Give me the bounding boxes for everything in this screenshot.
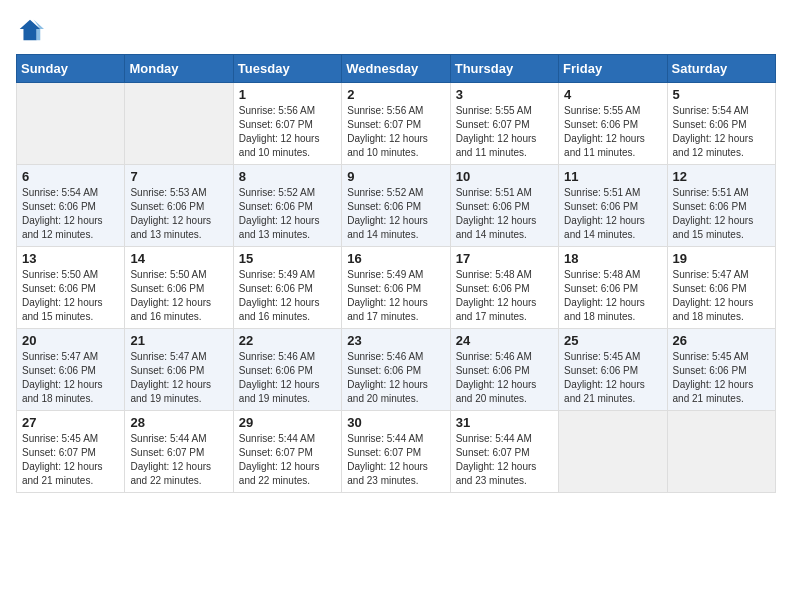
logo-icon (16, 16, 44, 44)
day-info: Sunrise: 5:46 AM Sunset: 6:06 PM Dayligh… (239, 350, 336, 406)
day-info: Sunrise: 5:49 AM Sunset: 6:06 PM Dayligh… (239, 268, 336, 324)
day-number: 18 (564, 251, 661, 266)
day-number: 13 (22, 251, 119, 266)
calendar-cell: 1Sunrise: 5:56 AM Sunset: 6:07 PM Daylig… (233, 83, 341, 165)
day-info: Sunrise: 5:55 AM Sunset: 6:07 PM Dayligh… (456, 104, 553, 160)
day-info: Sunrise: 5:50 AM Sunset: 6:06 PM Dayligh… (130, 268, 227, 324)
calendar-cell (17, 83, 125, 165)
day-info: Sunrise: 5:52 AM Sunset: 6:06 PM Dayligh… (347, 186, 444, 242)
calendar-cell: 27Sunrise: 5:45 AM Sunset: 6:07 PM Dayli… (17, 411, 125, 493)
calendar-cell: 29Sunrise: 5:44 AM Sunset: 6:07 PM Dayli… (233, 411, 341, 493)
day-info: Sunrise: 5:54 AM Sunset: 6:06 PM Dayligh… (22, 186, 119, 242)
calendar-cell: 7Sunrise: 5:53 AM Sunset: 6:06 PM Daylig… (125, 165, 233, 247)
calendar-cell: 22Sunrise: 5:46 AM Sunset: 6:06 PM Dayli… (233, 329, 341, 411)
calendar-cell: 25Sunrise: 5:45 AM Sunset: 6:06 PM Dayli… (559, 329, 667, 411)
day-number: 30 (347, 415, 444, 430)
calendar-cell: 5Sunrise: 5:54 AM Sunset: 6:06 PM Daylig… (667, 83, 775, 165)
calendar-cell: 12Sunrise: 5:51 AM Sunset: 6:06 PM Dayli… (667, 165, 775, 247)
calendar-week-row: 20Sunrise: 5:47 AM Sunset: 6:06 PM Dayli… (17, 329, 776, 411)
day-number: 29 (239, 415, 336, 430)
day-info: Sunrise: 5:44 AM Sunset: 6:07 PM Dayligh… (239, 432, 336, 488)
day-info: Sunrise: 5:52 AM Sunset: 6:06 PM Dayligh… (239, 186, 336, 242)
day-number: 24 (456, 333, 553, 348)
day-info: Sunrise: 5:56 AM Sunset: 6:07 PM Dayligh… (239, 104, 336, 160)
day-number: 27 (22, 415, 119, 430)
calendar-cell: 11Sunrise: 5:51 AM Sunset: 6:06 PM Dayli… (559, 165, 667, 247)
day-info: Sunrise: 5:45 AM Sunset: 6:06 PM Dayligh… (564, 350, 661, 406)
calendar-cell: 9Sunrise: 5:52 AM Sunset: 6:06 PM Daylig… (342, 165, 450, 247)
day-number: 6 (22, 169, 119, 184)
day-number: 5 (673, 87, 770, 102)
day-of-week-header: Tuesday (233, 55, 341, 83)
day-number: 17 (456, 251, 553, 266)
calendar-cell: 4Sunrise: 5:55 AM Sunset: 6:06 PM Daylig… (559, 83, 667, 165)
day-number: 9 (347, 169, 444, 184)
day-number: 11 (564, 169, 661, 184)
day-number: 14 (130, 251, 227, 266)
day-info: Sunrise: 5:54 AM Sunset: 6:06 PM Dayligh… (673, 104, 770, 160)
day-number: 10 (456, 169, 553, 184)
day-info: Sunrise: 5:51 AM Sunset: 6:06 PM Dayligh… (456, 186, 553, 242)
day-info: Sunrise: 5:50 AM Sunset: 6:06 PM Dayligh… (22, 268, 119, 324)
day-info: Sunrise: 5:56 AM Sunset: 6:07 PM Dayligh… (347, 104, 444, 160)
calendar-cell: 28Sunrise: 5:44 AM Sunset: 6:07 PM Dayli… (125, 411, 233, 493)
day-number: 4 (564, 87, 661, 102)
page-header (16, 16, 776, 44)
calendar-cell: 10Sunrise: 5:51 AM Sunset: 6:06 PM Dayli… (450, 165, 558, 247)
day-number: 21 (130, 333, 227, 348)
day-number: 1 (239, 87, 336, 102)
day-number: 26 (673, 333, 770, 348)
calendar-cell: 19Sunrise: 5:47 AM Sunset: 6:06 PM Dayli… (667, 247, 775, 329)
calendar-week-row: 1Sunrise: 5:56 AM Sunset: 6:07 PM Daylig… (17, 83, 776, 165)
day-number: 3 (456, 87, 553, 102)
day-number: 20 (22, 333, 119, 348)
day-number: 19 (673, 251, 770, 266)
day-info: Sunrise: 5:45 AM Sunset: 6:06 PM Dayligh… (673, 350, 770, 406)
day-number: 31 (456, 415, 553, 430)
day-info: Sunrise: 5:45 AM Sunset: 6:07 PM Dayligh… (22, 432, 119, 488)
day-info: Sunrise: 5:47 AM Sunset: 6:06 PM Dayligh… (130, 350, 227, 406)
day-info: Sunrise: 5:48 AM Sunset: 6:06 PM Dayligh… (456, 268, 553, 324)
day-of-week-header: Friday (559, 55, 667, 83)
day-of-week-header: Wednesday (342, 55, 450, 83)
day-number: 23 (347, 333, 444, 348)
day-info: Sunrise: 5:47 AM Sunset: 6:06 PM Dayligh… (22, 350, 119, 406)
day-info: Sunrise: 5:51 AM Sunset: 6:06 PM Dayligh… (564, 186, 661, 242)
day-number: 15 (239, 251, 336, 266)
day-number: 16 (347, 251, 444, 266)
calendar-week-row: 6Sunrise: 5:54 AM Sunset: 6:06 PM Daylig… (17, 165, 776, 247)
calendar-cell: 30Sunrise: 5:44 AM Sunset: 6:07 PM Dayli… (342, 411, 450, 493)
day-info: Sunrise: 5:44 AM Sunset: 6:07 PM Dayligh… (456, 432, 553, 488)
day-number: 12 (673, 169, 770, 184)
calendar-cell (559, 411, 667, 493)
calendar-week-row: 13Sunrise: 5:50 AM Sunset: 6:06 PM Dayli… (17, 247, 776, 329)
calendar-cell: 2Sunrise: 5:56 AM Sunset: 6:07 PM Daylig… (342, 83, 450, 165)
calendar-cell: 31Sunrise: 5:44 AM Sunset: 6:07 PM Dayli… (450, 411, 558, 493)
calendar-cell: 15Sunrise: 5:49 AM Sunset: 6:06 PM Dayli… (233, 247, 341, 329)
day-info: Sunrise: 5:49 AM Sunset: 6:06 PM Dayligh… (347, 268, 444, 324)
calendar-cell: 18Sunrise: 5:48 AM Sunset: 6:06 PM Dayli… (559, 247, 667, 329)
day-number: 7 (130, 169, 227, 184)
day-info: Sunrise: 5:48 AM Sunset: 6:06 PM Dayligh… (564, 268, 661, 324)
day-info: Sunrise: 5:51 AM Sunset: 6:06 PM Dayligh… (673, 186, 770, 242)
day-info: Sunrise: 5:46 AM Sunset: 6:06 PM Dayligh… (347, 350, 444, 406)
day-number: 22 (239, 333, 336, 348)
day-of-week-header: Saturday (667, 55, 775, 83)
day-info: Sunrise: 5:44 AM Sunset: 6:07 PM Dayligh… (347, 432, 444, 488)
calendar-cell: 3Sunrise: 5:55 AM Sunset: 6:07 PM Daylig… (450, 83, 558, 165)
calendar-cell: 13Sunrise: 5:50 AM Sunset: 6:06 PM Dayli… (17, 247, 125, 329)
calendar-cell: 26Sunrise: 5:45 AM Sunset: 6:06 PM Dayli… (667, 329, 775, 411)
logo (16, 16, 48, 44)
calendar-cell (667, 411, 775, 493)
calendar-cell: 23Sunrise: 5:46 AM Sunset: 6:06 PM Dayli… (342, 329, 450, 411)
day-of-week-header: Sunday (17, 55, 125, 83)
calendar-cell: 21Sunrise: 5:47 AM Sunset: 6:06 PM Dayli… (125, 329, 233, 411)
calendar-cell (125, 83, 233, 165)
day-number: 25 (564, 333, 661, 348)
calendar-cell: 6Sunrise: 5:54 AM Sunset: 6:06 PM Daylig… (17, 165, 125, 247)
calendar-table: SundayMondayTuesdayWednesdayThursdayFrid… (16, 54, 776, 493)
day-number: 8 (239, 169, 336, 184)
calendar-cell: 24Sunrise: 5:46 AM Sunset: 6:06 PM Dayli… (450, 329, 558, 411)
calendar-header-row: SundayMondayTuesdayWednesdayThursdayFrid… (17, 55, 776, 83)
day-info: Sunrise: 5:47 AM Sunset: 6:06 PM Dayligh… (673, 268, 770, 324)
